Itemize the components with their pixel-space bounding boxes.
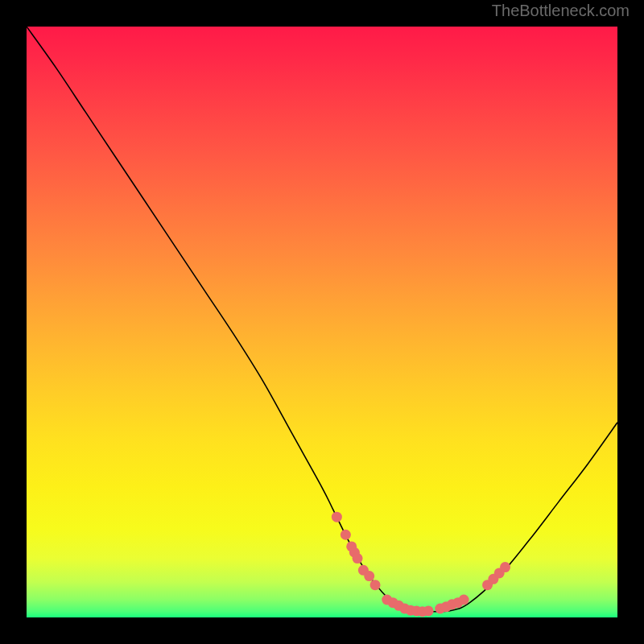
- chart-marker: [370, 580, 381, 590]
- chart-marker: [332, 512, 342, 522]
- chart-marker: [423, 605, 434, 616]
- chart-plot-area: [27, 27, 617, 617]
- chart-svg: [27, 27, 617, 617]
- chart-marker: [364, 571, 374, 581]
- chart-marker: [459, 594, 469, 605]
- chart-marker: [341, 530, 351, 540]
- chart-gradient-background: [27, 27, 617, 617]
- chart-marker: [353, 553, 363, 564]
- attribution-text: TheBottleneck.com: [492, 2, 630, 20]
- chart-marker: [500, 562, 510, 572]
